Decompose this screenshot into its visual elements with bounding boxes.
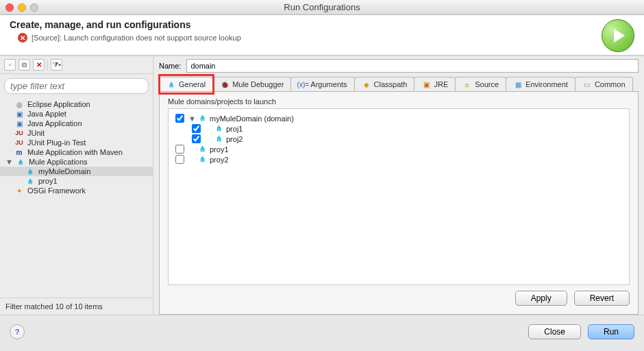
left-panel: ▫ ⧉ ✕ ⧩▾ ◎Eclipse Application ▣Java Appl…	[0, 56, 153, 315]
new-config-button[interactable]: ▫	[4, 59, 16, 71]
launch-item[interactable]: ▼ ⋔ myMuleDomain (domain)	[171, 113, 626, 123]
tree-item-junit-plugin[interactable]: JUJUnit Plug-in Test	[0, 138, 153, 147]
left-toolbar: ▫ ⧉ ✕ ⧩▾	[0, 56, 153, 74]
delete-config-button[interactable]: ✕	[33, 59, 45, 71]
java-applet-icon: ▣	[14, 110, 25, 118]
eclipse-icon: ◎	[14, 100, 25, 108]
launch-checkbox[interactable]	[175, 114, 184, 123]
twisty-icon: ▼	[188, 114, 195, 123]
launch-item-label: myMuleDomain (domain)	[210, 114, 294, 123]
common-icon: ▭	[582, 80, 592, 88]
tree-item-proy1[interactable]: ⋔proy1	[0, 176, 153, 186]
mule-icon: ⋔	[15, 158, 26, 166]
debug-icon: 🐞	[220, 80, 230, 88]
run-large-icon	[602, 19, 634, 52]
tree-item-mule-apps[interactable]: ▼⋔Mule Applications	[0, 157, 153, 167]
launch-list[interactable]: ▼ ⋔ myMuleDomain (domain) ⋔ proj1 ⋔ proj…	[168, 108, 630, 285]
run-button[interactable]: Run	[588, 324, 634, 339]
tab-label: Source	[475, 80, 499, 88]
tree-item-label: JUnit Plug-in Test	[27, 138, 86, 147]
osgi-icon: ✦	[14, 186, 25, 195]
launch-item-label: proy1	[210, 145, 229, 154]
tab-label: Environment	[525, 80, 568, 88]
mule-icon: ⋔	[199, 155, 206, 164]
tab-panel-general: Mule domains/projects to launch ▼ ⋔ myMu…	[159, 92, 639, 315]
tree-item-mule-maven[interactable]: mMule Application with Maven	[0, 147, 153, 157]
mule-icon: ⋔	[25, 167, 36, 176]
tree-item-eclipse[interactable]: ◎Eclipse Application	[0, 99, 153, 109]
tab-general[interactable]: ⋔General	[159, 77, 213, 91]
mule-icon: ⋔	[25, 177, 36, 185]
help-button[interactable]: ?	[10, 324, 25, 339]
mule-icon: ⋔	[216, 124, 222, 133]
launch-item-label: proy2	[210, 156, 229, 164]
tree-item-label: myMuleDomain	[38, 167, 90, 176]
tree-item-java-applet[interactable]: ▣Java Applet	[0, 109, 153, 119]
mule-icon: ⋔	[199, 145, 206, 154]
config-tree[interactable]: ◎Eclipse Application ▣Java Applet ▣Java …	[0, 98, 153, 298]
copy-config-button[interactable]: ⧉	[18, 59, 30, 71]
java-app-icon: ▣	[14, 119, 25, 128]
tree-item-java-application[interactable]: ▣Java Application	[0, 119, 153, 128]
tree-item-label: JUnit	[27, 129, 45, 137]
apply-button[interactable]: Apply	[515, 291, 567, 306]
launch-item[interactable]: ⋔ proy1	[171, 144, 626, 154]
maven-icon: m	[14, 148, 25, 156]
tab-arguments[interactable]: (x)=Arguments	[290, 77, 354, 91]
name-label: Name:	[159, 62, 181, 70]
tree-item-mymuledomain[interactable]: ⋔myMuleDomain	[0, 167, 153, 176]
mule-icon: ⋔	[166, 80, 176, 88]
mule-icon: ⋔	[216, 134, 222, 143]
filter-input[interactable]	[4, 78, 149, 94]
tab-label: Common	[595, 80, 626, 88]
tree-item-label: Java Application	[27, 119, 82, 128]
tab-jre[interactable]: ▣JRE	[414, 77, 456, 91]
window-title: Run Configurations	[0, 2, 644, 12]
tree-item-label: OSGi Framework	[27, 186, 86, 195]
tab-bar: ⋔General 🐞Mule Debugger (x)=Arguments ◆C…	[159, 77, 639, 92]
launch-section-label: Mule domains/projects to launch	[168, 97, 630, 106]
name-input[interactable]	[186, 59, 639, 73]
tab-label: Mule Debugger	[232, 80, 284, 88]
launch-item[interactable]: ⋔ proj1	[171, 123, 626, 134]
launch-checkbox[interactable]	[192, 124, 201, 133]
launch-item-label: proj2	[226, 135, 243, 143]
tab-label: Arguments	[310, 80, 347, 88]
tree-item-junit[interactable]: JUJUnit	[0, 128, 153, 138]
source-icon: ⎄	[462, 80, 472, 88]
tab-source[interactable]: ⎄Source	[455, 77, 506, 91]
tree-item-osgi[interactable]: ✦OSGi Framework	[0, 186, 153, 195]
junit-icon: JU	[14, 129, 25, 137]
tab-common[interactable]: ▭Common	[575, 77, 633, 91]
mule-icon: ⋔	[199, 114, 206, 123]
page-title: Create, manage, and run configurations	[10, 19, 241, 30]
close-button[interactable]: Close	[528, 324, 581, 339]
toolbar-separator	[47, 60, 48, 71]
header: Create, manage, and run configurations ✕…	[0, 15, 644, 56]
tab-mule-debugger[interactable]: 🐞Mule Debugger	[212, 77, 291, 91]
tree-item-label: Java Applet	[27, 110, 66, 118]
tree-item-label: proy1	[38, 177, 58, 185]
jre-icon: ▣	[421, 80, 431, 88]
tree-item-label: Mule Applications	[29, 158, 88, 166]
revert-button[interactable]: Revert	[574, 291, 630, 306]
launch-item[interactable]: ⋔ proy2	[171, 154, 626, 165]
arguments-icon: (x)=	[298, 80, 308, 88]
tab-label: Classpath	[374, 80, 408, 88]
tab-environment[interactable]: ▦Environment	[506, 77, 575, 91]
titlebar: Run Configurations	[0, 0, 644, 15]
tab-label: General	[179, 80, 206, 88]
launch-item[interactable]: ⋔ proj2	[171, 134, 626, 144]
launch-checkbox[interactable]	[175, 145, 184, 154]
tab-classpath[interactable]: ◆Classpath	[354, 77, 415, 91]
tree-item-label: Mule Application with Maven	[27, 148, 123, 156]
right-panel: Name: ⋔General 🐞Mule Debugger (x)=Argume…	[153, 56, 644, 315]
launch-checkbox[interactable]	[192, 134, 201, 143]
launch-checkbox[interactable]	[175, 155, 184, 164]
filter-status: Filter matched 10 of 10 items	[0, 298, 153, 315]
junit-plugin-icon: JU	[14, 138, 25, 147]
error-icon: ✕	[18, 33, 27, 43]
filter-button[interactable]: ⧩▾	[51, 59, 62, 71]
error-message: [Source]: Launch configuration does not …	[32, 34, 241, 42]
classpath-icon: ◆	[362, 80, 371, 88]
